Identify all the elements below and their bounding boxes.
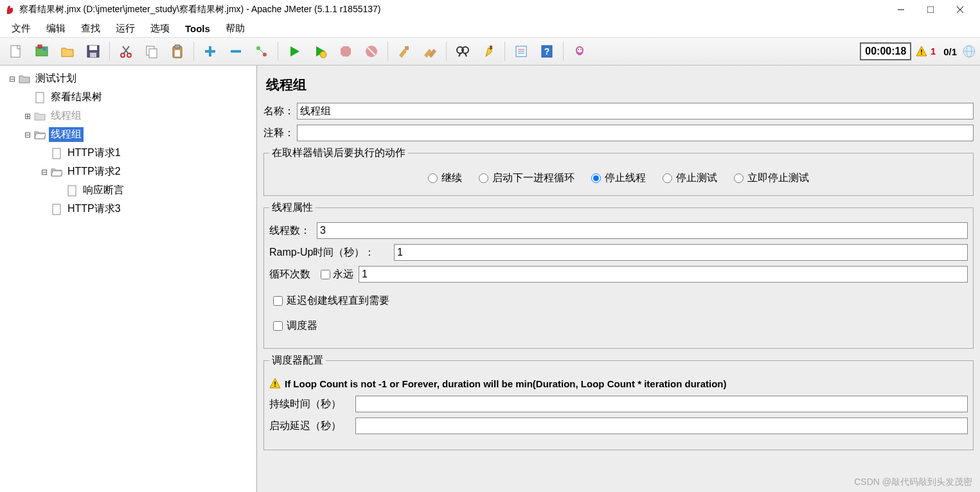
- comments-input[interactable]: [297, 125, 974, 141]
- menu-help[interactable]: 帮助: [219, 21, 251, 36]
- radio-stop-test[interactable]: 停止测试: [663, 171, 717, 185]
- tree-label: HTTP请求1: [66, 146, 123, 161]
- plugin-button[interactable]: [567, 39, 592, 64]
- tree-node-response-assertion[interactable]: 响应断言: [0, 181, 256, 200]
- svg-point-7: [42, 47, 46, 51]
- page-icon: [66, 185, 78, 197]
- tree-toggle-icon[interactable]: ⊟: [40, 168, 49, 177]
- menu-edit[interactable]: 编辑: [40, 21, 72, 36]
- function-helper-button[interactable]: [509, 39, 533, 64]
- start-button[interactable]: [282, 39, 307, 64]
- menu-options[interactable]: 选项: [144, 21, 176, 36]
- page-icon: [33, 92, 46, 103]
- warning-icon: !: [915, 45, 928, 58]
- duration-label: 持续时间（秒）: [269, 398, 353, 411]
- tree-node-thread-group[interactable]: ⊟ 线程组: [0, 125, 256, 144]
- tree-node-http-request-2[interactable]: ⊟ HTTP请求2: [0, 163, 256, 181]
- tree-toggle-icon[interactable]: ⊟: [8, 75, 17, 83]
- close-button[interactable]: [945, 0, 975, 19]
- help-button[interactable]: ?: [535, 39, 559, 64]
- menu-tools[interactable]: Tools: [179, 22, 217, 35]
- toggle-button[interactable]: [249, 39, 274, 64]
- svg-point-42: [578, 49, 579, 50]
- comments-label: 注释：: [263, 127, 294, 140]
- tree-label: 测试计划: [33, 71, 78, 86]
- radio-stop-thread[interactable]: 停止线程: [591, 171, 646, 185]
- rampup-label: Ramp-Up时间（秒）：: [269, 246, 391, 259]
- maximize-button[interactable]: [916, 0, 945, 19]
- loop-count-input[interactable]: [359, 266, 968, 283]
- scheduler-config-fieldset: 调度器配置 ! If Loop Count is not -1 or Forev…: [263, 354, 974, 450]
- tree-toggle-icon[interactable]: ⊟: [23, 130, 32, 139]
- test-plan-tree[interactable]: ⊟ 测试计划 察看结果树 ⊞ 线程组 ⊟ 线程组 HTTP请求1 ⊟ HTTP请: [0, 66, 257, 492]
- tree-label: 线程组: [49, 109, 84, 123]
- name-input[interactable]: [297, 103, 974, 119]
- save-button[interactable]: [81, 39, 105, 64]
- minimize-button[interactable]: [886, 0, 916, 19]
- startup-delay-input[interactable]: [355, 417, 968, 434]
- jmeter-app-icon: [5, 4, 15, 15]
- open-button[interactable]: [55, 39, 80, 64]
- add-button[interactable]: [198, 39, 222, 64]
- menu-search[interactable]: 查找: [75, 21, 107, 36]
- clear-all-button[interactable]: [418, 39, 442, 64]
- svg-rect-51: [53, 204, 60, 215]
- radio-start-next-loop[interactable]: 启动下一进程循环: [479, 171, 575, 185]
- delay-thread-creation-checkbox[interactable]: 延迟创建线程直到需要: [273, 294, 968, 308]
- folder-open-icon: [33, 129, 46, 141]
- tree-node-http-request-1[interactable]: HTTP请求1: [0, 144, 256, 163]
- svg-rect-50: [68, 186, 76, 196]
- start-no-pause-button[interactable]: [308, 39, 332, 64]
- tree-toggle-icon[interactable]: ⊞: [23, 112, 32, 121]
- svg-rect-18: [175, 45, 180, 48]
- reset-search-button[interactable]: [476, 39, 501, 64]
- warning-count: 1: [931, 46, 936, 57]
- search-button[interactable]: [450, 39, 475, 64]
- loop-forever-checkbox[interactable]: 永远: [321, 268, 353, 281]
- scheduler-checkbox[interactable]: 调度器: [273, 319, 968, 333]
- svg-point-26: [320, 51, 326, 58]
- menu-run[interactable]: 运行: [109, 21, 141, 36]
- rampup-input[interactable]: [394, 244, 968, 261]
- cut-button[interactable]: [114, 39, 138, 64]
- copy-button[interactable]: [139, 39, 164, 64]
- paste-button[interactable]: [165, 39, 190, 64]
- tree-node-test-plan[interactable]: ⊟ 测试计划: [0, 69, 256, 88]
- new-button[interactable]: [4, 39, 28, 64]
- clear-button[interactable]: [392, 39, 416, 64]
- loop-count-label: 循环次数: [269, 268, 318, 281]
- error-action-legend: 在取样器错误后要执行的动作: [269, 146, 408, 160]
- tree-node-http-request-3[interactable]: HTTP请求3: [0, 200, 256, 218]
- svg-rect-9: [89, 46, 97, 50]
- name-label: 名称：: [263, 105, 294, 118]
- svg-rect-49: [53, 148, 60, 159]
- warning-icon: !: [269, 378, 281, 389]
- radio-continue[interactable]: 继续: [428, 171, 462, 185]
- thread-group-panel: 线程组 名称： 注释： 在取样器错误后要执行的动作 继续 启动下一进程循环 停止…: [257, 66, 980, 492]
- error-action-fieldset: 在取样器错误后要执行的动作 继续 启动下一进程循环 停止线程 停止测试 立即停止…: [263, 146, 974, 196]
- scheduler-warning: ! If Loop Count is not -1 or Forever, du…: [269, 378, 968, 389]
- svg-rect-6: [38, 45, 42, 48]
- tree-label: 察看结果树: [49, 90, 104, 105]
- radio-stop-test-now[interactable]: 立即停止测试: [734, 171, 809, 185]
- tree-label: 线程组: [49, 127, 84, 142]
- svg-text:!: !: [921, 48, 923, 56]
- svg-rect-29: [405, 46, 409, 50]
- warning-indicator[interactable]: ! 1: [915, 45, 936, 58]
- scheduler-config-legend: 调度器配置: [269, 354, 326, 367]
- templates-button[interactable]: [30, 39, 54, 64]
- menu-file[interactable]: 文件: [5, 21, 37, 36]
- threads-label: 线程数：: [269, 224, 314, 238]
- duration-input[interactable]: [355, 396, 968, 412]
- remove-button[interactable]: [224, 39, 248, 64]
- folder-grey-icon: [33, 110, 46, 122]
- menubar: 文件 编辑 查找 运行 选项 Tools 帮助: [0, 19, 980, 37]
- watermark: CSDN @敲代码敲到头发茂密: [854, 477, 972, 488]
- tree-node-view-results-tree[interactable]: 察看结果树: [0, 88, 256, 107]
- stop-button[interactable]: [334, 39, 358, 64]
- tree-node-thread-group-disabled[interactable]: ⊞ 线程组: [0, 107, 256, 125]
- comments-row: 注释：: [263, 125, 974, 141]
- threads-input[interactable]: [317, 222, 968, 239]
- tree-label: HTTP请求3: [66, 202, 123, 216]
- shutdown-button[interactable]: [359, 39, 384, 64]
